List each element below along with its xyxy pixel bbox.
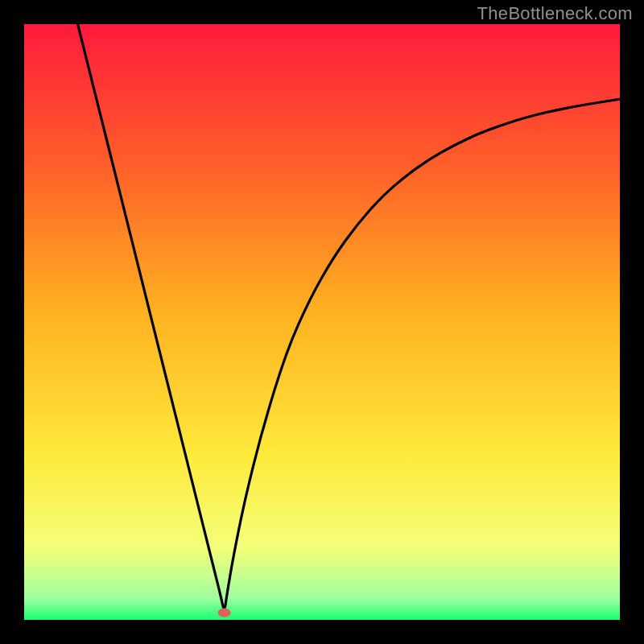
watermark-text: TheBottleneck.com [477, 3, 633, 24]
chart-frame: TheBottleneck.com [0, 0, 644, 644]
minimum-marker [218, 609, 231, 617]
svg-rect-0 [24, 24, 620, 620]
plot-area [24, 24, 620, 620]
bottleneck-chart [24, 24, 620, 620]
